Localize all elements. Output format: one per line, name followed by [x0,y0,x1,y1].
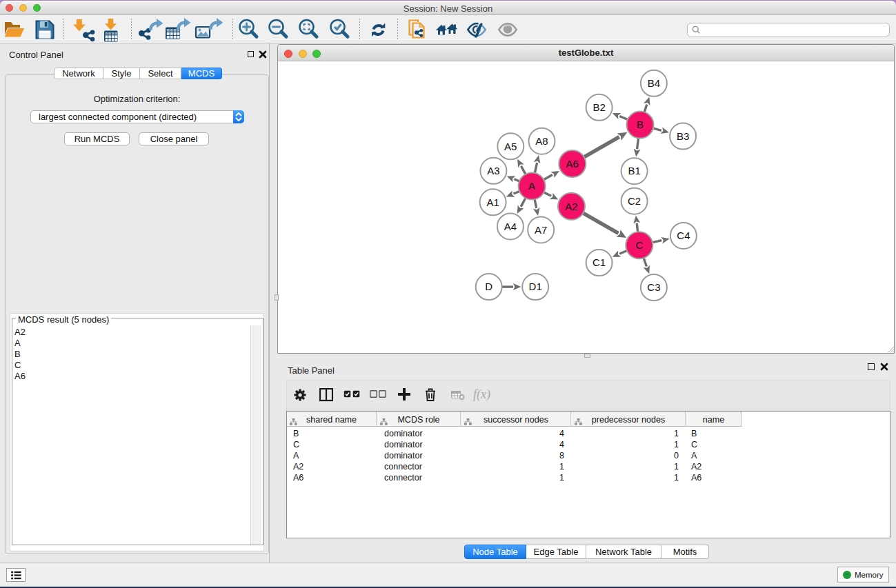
svg-text:D1: D1 [529,281,542,292]
svg-text:A2: A2 [565,201,577,212]
svg-text:A3: A3 [487,165,499,176]
svg-text:A4: A4 [504,221,517,232]
svg-text:B4: B4 [648,77,660,89]
svg-text:C2: C2 [628,195,641,207]
svg-text:A8: A8 [535,135,548,147]
svg-text:A1: A1 [486,196,499,208]
svg-text:B2: B2 [593,101,605,113]
svg-text:D: D [485,281,492,292]
svg-text:C: C [635,239,643,251]
svg-text:B: B [637,119,644,130]
svg-text:B1: B1 [628,165,640,176]
svg-text:A7: A7 [535,224,547,236]
svg-text:C1: C1 [593,256,606,268]
svg-text:A5: A5 [504,141,517,152]
svg-text:A: A [528,180,535,192]
svg-text:C3: C3 [647,281,660,293]
svg-text:C4: C4 [677,230,690,241]
svg-text:A6: A6 [566,158,579,170]
svg-text:B3: B3 [677,130,689,142]
